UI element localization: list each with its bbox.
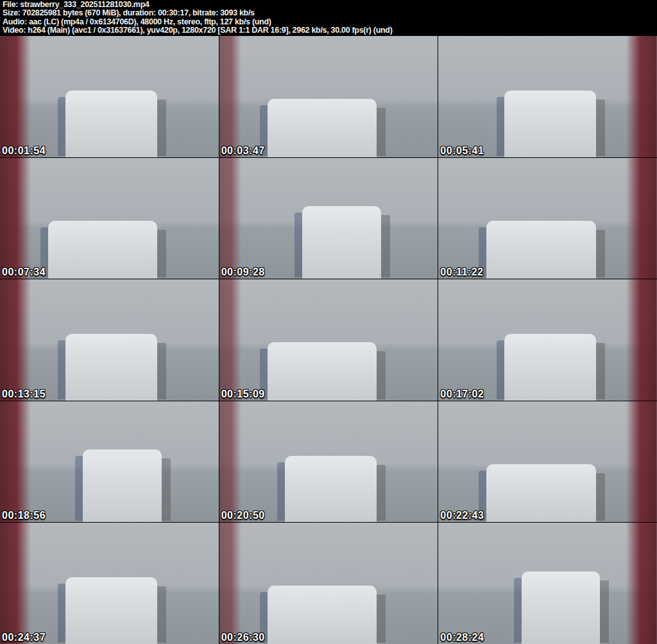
frame-timestamp: 00:01:54 (2, 145, 46, 157)
video-info-line: Video: h264 (Main) (avc1 / 0x31637661), … (3, 26, 654, 35)
video-frame-thumbnail: 00:07:34 (0, 158, 219, 279)
video-frame-thumbnail: 00:24:37 (0, 523, 219, 644)
frame-timestamp: 00:28:24 (440, 632, 484, 643)
frame-timestamp: 00:03:47 (221, 145, 265, 157)
contact-sheet: File: strawberry_333_202511281030.mp4 Si… (0, 0, 657, 644)
metadata-header: File: strawberry_333_202511281030.mp4 Si… (0, 0, 657, 36)
video-frame-thumbnail: 00:03:47 (219, 36, 438, 157)
file-name-line: File: strawberry_333_202511281030.mp4 (3, 1, 654, 9)
video-frame-thumbnail: 00:28:24 (438, 523, 657, 644)
video-frame-thumbnail: 00:15:09 (219, 279, 438, 401)
thumbnail-grid: 00:01:54 00:03:47 00:05:41 00:07:34 00:0… (0, 36, 657, 644)
frame-timestamp: 00:07:34 (2, 266, 46, 278)
video-frame-thumbnail: 00:17:02 (438, 279, 657, 401)
video-frame-thumbnail: 00:09:28 (219, 158, 438, 279)
frame-timestamp: 00:13:15 (2, 388, 46, 400)
video-frame-thumbnail: 00:22:43 (438, 401, 657, 523)
frame-timestamp: 00:05:41 (440, 145, 484, 157)
video-frame-thumbnail: 00:11:22 (438, 158, 657, 279)
frame-timestamp: 00:20:50 (221, 510, 265, 521)
frame-timestamp: 00:17:02 (440, 388, 484, 400)
video-frame-thumbnail: 00:26:30 (219, 523, 438, 644)
frame-timestamp: 00:22:43 (440, 510, 484, 521)
video-frame-thumbnail: 00:13:15 (0, 279, 219, 401)
file-size-line: Size: 702825981 bytes (670 MiB), duratio… (3, 9, 654, 17)
frame-timestamp: 00:24:37 (2, 632, 46, 643)
video-frame-thumbnail: 00:01:54 (0, 36, 219, 157)
audio-info-line: Audio: aac (LC) (mp4a / 0x6134706D), 480… (3, 18, 654, 26)
video-frame-thumbnail: 00:18:56 (0, 401, 219, 523)
frame-timestamp: 00:11:22 (440, 266, 483, 278)
frame-timestamp: 00:26:30 (221, 632, 265, 643)
frame-timestamp: 00:18:56 (2, 510, 46, 521)
frame-timestamp: 00:15:09 (221, 388, 265, 400)
video-frame-thumbnail: 00:20:50 (219, 401, 438, 523)
frame-timestamp: 00:09:28 (221, 266, 265, 278)
video-frame-thumbnail: 00:05:41 (438, 36, 657, 157)
